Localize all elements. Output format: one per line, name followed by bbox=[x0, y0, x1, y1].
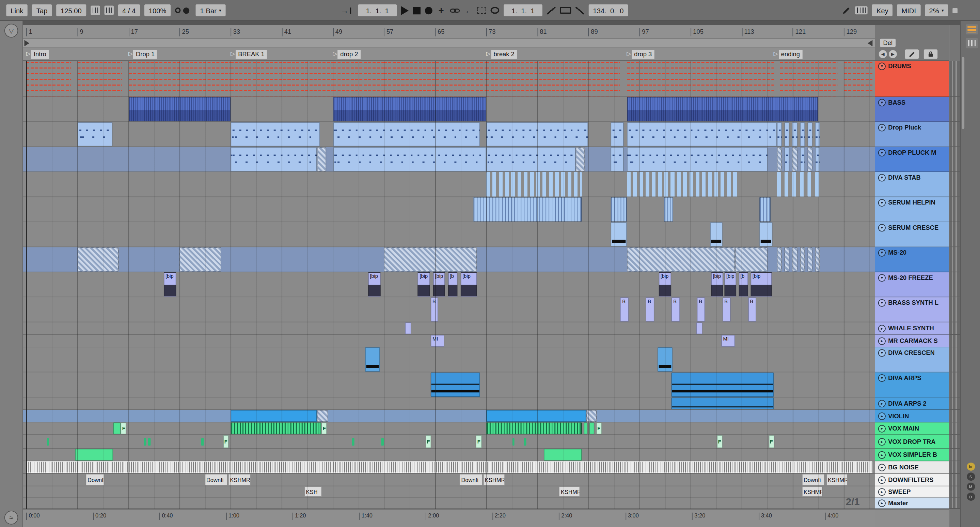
clip[interactable]: F bbox=[426, 435, 431, 448]
track-header-serum-cresce[interactable]: ▾SERUM CRESCE bbox=[875, 222, 949, 247]
track-unfold-icon[interactable]: ▾ bbox=[878, 299, 886, 307]
groove-amount-field[interactable]: 100% bbox=[145, 5, 170, 16]
clip[interactable]: Downfi bbox=[204, 474, 228, 486]
track-header-bass[interactable]: ▾BASS bbox=[875, 97, 949, 122]
midi-overdub-button[interactable]: + bbox=[437, 6, 446, 14]
re-enable-automation-button[interactable]: ← bbox=[464, 6, 473, 14]
loop-start-triangle-icon[interactable] bbox=[24, 40, 30, 46]
track-fold-icon[interactable]: ▸ bbox=[878, 488, 886, 495]
track-header-vox-drop-tra[interactable]: ▸VOX DROP TRA bbox=[875, 435, 949, 449]
draw-mode-button[interactable] bbox=[842, 6, 851, 14]
track-unfold-icon[interactable]: ▾ bbox=[878, 374, 886, 382]
quantization-menu[interactable]: 1 Bar▾ bbox=[196, 5, 226, 16]
track-unfold-icon[interactable]: ▾ bbox=[878, 249, 886, 257]
clip[interactable] bbox=[611, 222, 627, 247]
clip[interactable] bbox=[26, 461, 332, 473]
clip[interactable] bbox=[710, 222, 722, 247]
clip[interactable] bbox=[590, 422, 594, 434]
panel-toggle-s[interactable]: S bbox=[967, 473, 975, 481]
clip[interactable] bbox=[144, 438, 146, 446]
clip[interactable]: Downfi bbox=[86, 474, 104, 486]
track-header-brass-synth-l[interactable]: ▾BRASS SYNTH L bbox=[875, 297, 949, 322]
clip[interactable] bbox=[611, 122, 624, 147]
locator-ending[interactable]: ▷ending bbox=[774, 50, 802, 59]
clip[interactable]: [bip bbox=[368, 272, 381, 297]
clip[interactable]: KSH bbox=[304, 486, 322, 497]
clip[interactable] bbox=[128, 97, 231, 122]
clip[interactable] bbox=[332, 122, 479, 147]
clip[interactable] bbox=[844, 61, 872, 96]
track-fold-icon[interactable]: ▸ bbox=[878, 412, 886, 420]
clip[interactable] bbox=[77, 247, 119, 271]
clip[interactable] bbox=[405, 323, 411, 334]
clip[interactable] bbox=[384, 247, 477, 271]
track-fold-icon[interactable]: ▸ bbox=[878, 499, 886, 506]
clip[interactable]: [b bbox=[448, 272, 457, 297]
computer-midi-keyboard-button[interactable] bbox=[855, 6, 868, 14]
clip[interactable]: B bbox=[431, 297, 438, 322]
track-unfold-icon[interactable]: ▾ bbox=[878, 350, 886, 357]
cpu-meter[interactable]: 2%▾ bbox=[925, 5, 948, 16]
track-header-diva-arps[interactable]: ▾DIVA ARPS bbox=[875, 372, 949, 397]
clip[interactable] bbox=[777, 172, 782, 197]
clip[interactable]: F bbox=[717, 435, 722, 448]
clip[interactable] bbox=[696, 323, 703, 334]
clip[interactable] bbox=[807, 172, 813, 197]
track-header-diva-arps-2[interactable]: ▸DIVA ARPS 2 bbox=[875, 398, 949, 410]
clip[interactable]: F bbox=[476, 435, 482, 448]
clip[interactable]: B bbox=[671, 297, 680, 322]
clip[interactable] bbox=[627, 122, 777, 147]
clip[interactable]: [bip bbox=[659, 272, 671, 297]
clip[interactable]: F bbox=[321, 422, 327, 434]
clip[interactable] bbox=[807, 122, 813, 147]
key-map-button[interactable]: Key bbox=[872, 5, 893, 16]
punch-out-toggle[interactable] bbox=[576, 6, 584, 14]
clip[interactable] bbox=[486, 172, 582, 197]
clip[interactable] bbox=[332, 147, 486, 171]
clip[interactable] bbox=[231, 410, 317, 422]
clip[interactable] bbox=[815, 172, 820, 197]
arrangement-position-field[interactable]: 1. 1. 1 bbox=[358, 5, 397, 16]
track-header-diva-stab[interactable]: ▾DIVA STAB bbox=[875, 172, 949, 197]
locator-intro[interactable]: ▷Intro bbox=[26, 50, 49, 59]
clip[interactable]: KSHMR bbox=[228, 474, 251, 486]
loop-end-triangle-icon[interactable] bbox=[868, 40, 873, 46]
clip[interactable]: [bip bbox=[711, 272, 723, 297]
clip[interactable]: KSHMR bbox=[483, 474, 505, 486]
clip[interactable] bbox=[671, 398, 774, 409]
clip[interactable]: F bbox=[596, 422, 602, 434]
clip[interactable] bbox=[486, 422, 582, 434]
clip[interactable] bbox=[627, 247, 735, 271]
clip[interactable] bbox=[815, 147, 820, 171]
clip[interactable] bbox=[473, 197, 582, 222]
lock-envelopes-button[interactable] bbox=[924, 50, 937, 59]
clip[interactable] bbox=[431, 372, 480, 397]
time-signature-field[interactable]: 4 / 4 bbox=[118, 5, 140, 16]
clip[interactable]: [bip bbox=[461, 272, 477, 297]
clip[interactable] bbox=[780, 61, 838, 96]
track-fold-icon[interactable]: ▸ bbox=[878, 463, 886, 471]
clip[interactable] bbox=[231, 122, 320, 147]
record-button[interactable] bbox=[425, 6, 433, 14]
draw-automation-button[interactable] bbox=[905, 50, 919, 59]
clip[interactable] bbox=[611, 147, 624, 171]
clip[interactable] bbox=[815, 247, 820, 271]
clip[interactable]: F bbox=[223, 435, 229, 448]
locator-break-1[interactable]: ▷BREAK 1 bbox=[231, 50, 267, 59]
clip[interactable] bbox=[544, 449, 582, 460]
clip[interactable] bbox=[352, 438, 355, 446]
bar-ruler[interactable]: 191725334149576573818997105113121129 bbox=[23, 25, 875, 38]
clip[interactable] bbox=[784, 122, 790, 147]
clip[interactable] bbox=[231, 61, 332, 96]
clip[interactable] bbox=[792, 122, 797, 147]
clip[interactable]: MI bbox=[431, 335, 445, 347]
clip[interactable] bbox=[807, 247, 813, 271]
locator-drop-3[interactable]: ▷drop 3 bbox=[627, 50, 654, 59]
session-record-button[interactable] bbox=[491, 7, 500, 14]
clip[interactable] bbox=[627, 61, 773, 96]
clip[interactable] bbox=[800, 172, 805, 197]
clip[interactable] bbox=[148, 438, 151, 446]
clip[interactable]: Downfi bbox=[459, 474, 482, 486]
track-header-vox-main[interactable]: ▸VOX MAIN bbox=[875, 422, 949, 435]
clip[interactable]: [bip bbox=[751, 272, 772, 297]
